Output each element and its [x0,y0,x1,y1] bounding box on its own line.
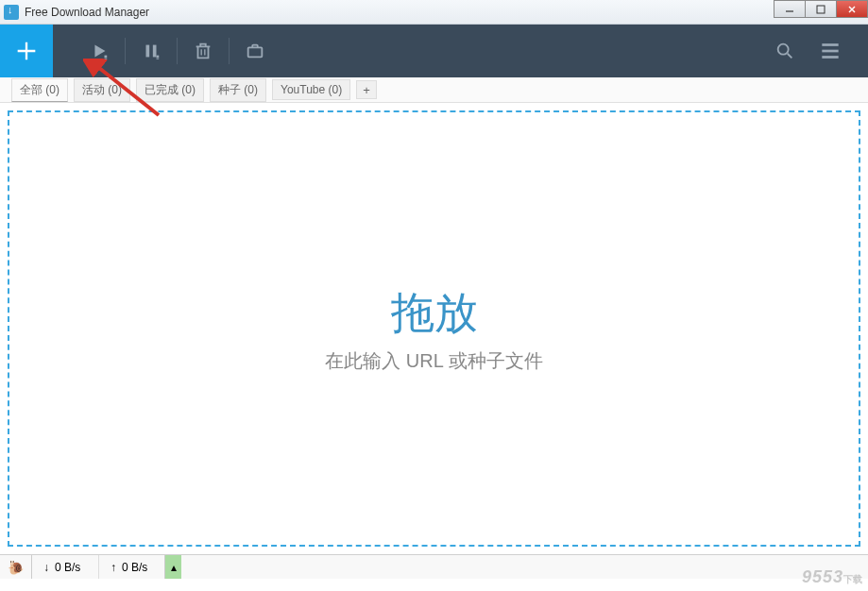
svg-point-13 [778,44,789,55]
svg-rect-5 [105,59,108,59]
window-controls [774,0,868,18]
svg-rect-4 [105,56,108,59]
add-tab-button[interactable]: + [356,80,377,99]
status-bar: 🐌 ↓ 0 B/s ↑ 0 B/s ▴ [0,554,868,579]
minimize-icon [785,6,794,13]
start-button[interactable] [76,25,123,77]
delete-button[interactable] [179,25,227,77]
main-content: 拖放 在此输入 URL 或种子文件 [0,103,868,554]
svg-rect-6 [146,45,150,58]
toolbar-separator [229,38,230,64]
pause-icon [141,41,162,61]
svg-rect-9 [157,59,160,59]
maximize-button[interactable] [805,0,837,18]
snail-mode-button[interactable]: 🐌 [0,555,32,579]
window-titlebar: Free Download Manager [0,0,868,25]
watermark-main: 9553 [802,567,843,586]
toolbar-separator [177,38,178,64]
close-button[interactable] [836,0,868,18]
svg-rect-8 [157,56,160,59]
trash-icon [193,41,213,61]
svg-rect-7 [153,45,157,58]
drop-zone[interactable]: 拖放 在此输入 URL 或种子文件 [8,110,860,547]
minimize-button[interactable] [774,0,806,18]
down-arrow-icon: ↓ [43,561,49,574]
upload-speed[interactable]: ↑ 0 B/s [98,555,164,579]
pause-button[interactable] [128,25,175,77]
svg-rect-12 [248,47,263,57]
add-download-button[interactable] [0,25,53,77]
dropzone-subtitle: 在此输入 URL 或种子文件 [325,348,542,374]
tab-torrents[interactable]: 种子 (0) [210,78,266,102]
play-icon [89,41,110,61]
tab-youtube[interactable]: YouTube (0) [272,79,350,100]
menu-button[interactable] [808,25,853,77]
hamburger-icon [818,39,842,63]
download-speed-value: 0 B/s [55,561,80,574]
app-icon [4,5,19,20]
filter-tabs: 全部 (0) 活动 (0) 已完成 (0) 种子 (0) YouTube (0)… [0,77,868,103]
download-speed[interactable]: ↓ 0 B/s [32,555,98,579]
watermark: 9553下载 [802,567,862,587]
svg-rect-1 [817,6,825,13]
dropzone-title: 拖放 [391,284,478,343]
toolbar-separator [125,38,126,64]
plus-icon [13,38,40,64]
tab-all[interactable]: 全部 (0) [11,78,68,102]
archive-button[interactable] [231,25,279,77]
close-icon [847,5,857,14]
search-icon [774,41,795,61]
main-toolbar [0,25,868,77]
svg-line-14 [788,54,792,59]
maximize-icon [816,5,825,14]
window-title: Free Download Manager [25,6,149,19]
search-button[interactable] [762,25,808,77]
speed-selector[interactable]: ▴ [164,555,181,579]
tab-completed[interactable]: 已完成 (0) [136,78,204,102]
up-arrow-icon: ↑ [111,561,116,574]
briefcase-icon [245,41,265,61]
tab-active[interactable]: 活动 (0) [74,78,130,102]
upload-speed-value: 0 B/s [122,561,147,574]
watermark-sub: 下载 [843,574,862,584]
